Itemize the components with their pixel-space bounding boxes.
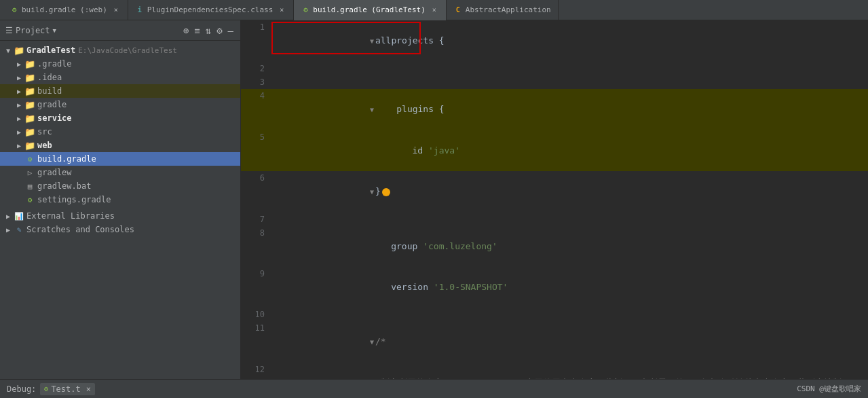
- line-code-11: ▼/*: [271, 321, 868, 363]
- tree-gradlew-bat[interactable]: ▤ gradlew.bat: [0, 179, 240, 193]
- sort-tool[interactable]: ⇅: [204, 24, 212, 37]
- tab-close-2[interactable]: ×: [277, 5, 286, 15]
- code-area: 1 ▼allprojects { 2: [241, 20, 868, 379]
- project-folder-icon: 📁: [14, 45, 24, 56]
- tree-gradle-hidden[interactable]: ▶ 📁 .gradle: [0, 57, 240, 71]
- collapse-4[interactable]: ▼: [370, 106, 374, 113]
- code-line-6: 6 ▼}: [241, 171, 868, 213]
- app-container: ⚙ build.gradle (:web) × i PluginDependen…: [0, 0, 868, 398]
- service-arrow: ▶: [14, 113, 24, 124]
- code-line-12: 12 *制定所用的仓库，mavenCentral()表示使用中央仓库，此刻项目中…: [241, 363, 868, 379]
- line-num-4: 4: [241, 89, 271, 130]
- web-arrow: ▶: [14, 140, 24, 151]
- sidebar-tools: ⊕ ≡ ⇅ ⚙ —: [182, 24, 235, 37]
- scratches-arrow: ▶: [3, 224, 14, 235]
- gradle-hidden-arrow: ▶: [14, 58, 24, 69]
- gradle-folder-icon: 📁: [24, 99, 35, 110]
- tree-settings-gradle[interactable]: ⚙ settings.gradle: [0, 193, 240, 206]
- debug-label: Debug:: [7, 384, 36, 394]
- service-folder-icon: 📁: [24, 113, 35, 124]
- tree-web[interactable]: ▶ 📁 web: [0, 139, 240, 152]
- dropdown-icon: ▼: [53, 27, 56, 34]
- line-code-3: [271, 75, 868, 89]
- line-code-10: [271, 308, 868, 321]
- tree-src[interactable]: ▶ 📁 src: [0, 125, 240, 139]
- line-code-9: version '1.0-SNAPSHOT': [271, 267, 868, 308]
- java-icon-tab4: C: [453, 5, 463, 15]
- minimize-tool[interactable]: —: [227, 24, 235, 37]
- sidebar-title: ☰ Project ▼: [5, 26, 56, 35]
- code-line-1: 1 ▼allprojects {: [241, 20, 868, 62]
- line-num-2: 2: [241, 62, 271, 75]
- gradle-icon-tab1: ⚙: [10, 5, 19, 15]
- tree-root-project[interactable]: ▼ 📁 GradleTest E:\JavaCode\GradleTest: [0, 43, 240, 57]
- tab-build-gradle-test[interactable]: ⚙ build.gradle (GradleTest) ×: [294, 0, 447, 20]
- collapse-6[interactable]: ▼: [370, 188, 374, 196]
- code-line-7: 7: [241, 213, 868, 226]
- code-line-5: 5 id 'java': [241, 130, 868, 171]
- sidebar-header: ☰ Project ▼ ⊕ ≡ ⇅ ⚙ —: [0, 20, 240, 41]
- tab-build-gradle-web[interactable]: ⚙ build.gradle (:web) ×: [3, 0, 128, 20]
- gradle-hidden-folder-icon: 📁: [24, 58, 35, 69]
- tree-external-libs[interactable]: ▶ 📊 External Libraries: [0, 209, 240, 223]
- gradlew-icon: ▷: [24, 167, 35, 178]
- line-code-8: group 'com.luzelong': [271, 226, 868, 267]
- main-area: ☰ Project ▼ ⊕ ≡ ⇅ ⚙ — ▼ 📁: [0, 20, 868, 379]
- tree-service[interactable]: ▶ 📁 service: [0, 111, 240, 125]
- tree-build[interactable]: ▶ 📁 build: [0, 84, 240, 98]
- ext-libs-arrow: ▶: [3, 211, 14, 221]
- tab-close-1[interactable]: ×: [111, 5, 121, 15]
- code-table: 1 ▼allprojects { 2: [241, 20, 868, 379]
- code-line-4: 4 ▼ plugins {: [241, 89, 868, 130]
- line-code-1: ▼allprojects {: [271, 20, 868, 62]
- root-expand-arrow: ▼: [3, 45, 14, 56]
- gradle-arrow: ▶: [14, 99, 24, 110]
- line-num-9: 9: [241, 267, 271, 308]
- line-code-6: ▼}: [271, 171, 868, 213]
- sync-tool[interactable]: ⊕: [182, 24, 190, 37]
- web-folder-icon: 📁: [24, 140, 35, 151]
- line-code-12: *制定所用的仓库，mavenCentral()表示使用中央仓库，此刻项目中所需要…: [271, 363, 868, 379]
- branding: CSDN @键盘歌唱家: [797, 384, 861, 394]
- debug-file-icon: ⚙: [44, 385, 48, 393]
- tab-abstract-app[interactable]: C AbstractApplication: [447, 0, 559, 20]
- tree-gradle[interactable]: ▶ 📁 gradle: [0, 98, 240, 111]
- code-content[interactable]: 1 ▼allprojects { 2: [241, 20, 868, 379]
- tree-gradlew[interactable]: ▷ gradlew: [0, 166, 240, 179]
- tree-scratches[interactable]: ▶ ✎ Scratches and Consoles: [0, 223, 240, 236]
- collapse-11[interactable]: ▼: [370, 338, 374, 346]
- settings-gradle-icon: ⚙: [24, 194, 35, 205]
- line-code-4: ▼ plugins {: [271, 89, 868, 130]
- sidebar-tree: ▼ 📁 GradleTest E:\JavaCode\GradleTest ▶ …: [0, 41, 240, 379]
- debug-close-icon[interactable]: ×: [86, 384, 91, 394]
- scratches-icon: ✎: [14, 224, 24, 235]
- build-arrow: ▶: [14, 86, 24, 96]
- java-icon-tab2: i: [135, 5, 145, 15]
- code-line-3: 3: [241, 75, 868, 89]
- line-num-6: 6: [241, 171, 271, 213]
- line-num-10: 10: [241, 308, 271, 321]
- build-gradle-icon: ⚙: [24, 153, 35, 164]
- ext-libs-icon: 📊: [14, 211, 24, 221]
- line-num-1: 1: [241, 20, 271, 62]
- line-code-2: [271, 62, 868, 75]
- tree-build-gradle[interactable]: ⚙ build.gradle: [0, 152, 240, 166]
- project-icon: ☰: [5, 26, 13, 35]
- settings-tool[interactable]: ⚙: [215, 24, 223, 37]
- gradlew-bat-icon: ▤: [24, 181, 35, 192]
- line-num-7: 7: [241, 213, 271, 226]
- tree-idea[interactable]: ▶ 📁 .idea: [0, 71, 240, 84]
- line-num-11: 11: [241, 321, 271, 363]
- tab-bar: ⚙ build.gradle (:web) × i PluginDependen…: [0, 0, 868, 20]
- tab-plugin-spec[interactable]: i PluginDependenciesSpec.class ×: [128, 0, 294, 20]
- gradle-icon-tab3: ⚙: [301, 5, 310, 15]
- layout-tool[interactable]: ≡: [193, 24, 201, 37]
- src-folder-icon: 📁: [24, 126, 35, 137]
- idea-arrow: ▶: [14, 72, 24, 83]
- code-line-10: 10: [241, 308, 868, 321]
- tab-close-3[interactable]: ×: [430, 5, 439, 15]
- line-num-5: 5: [241, 130, 271, 171]
- collapse-1[interactable]: ▼: [370, 37, 374, 45]
- debug-tab[interactable]: ⚙ Test.t ×: [40, 383, 95, 395]
- code-line-2: 2: [241, 62, 868, 75]
